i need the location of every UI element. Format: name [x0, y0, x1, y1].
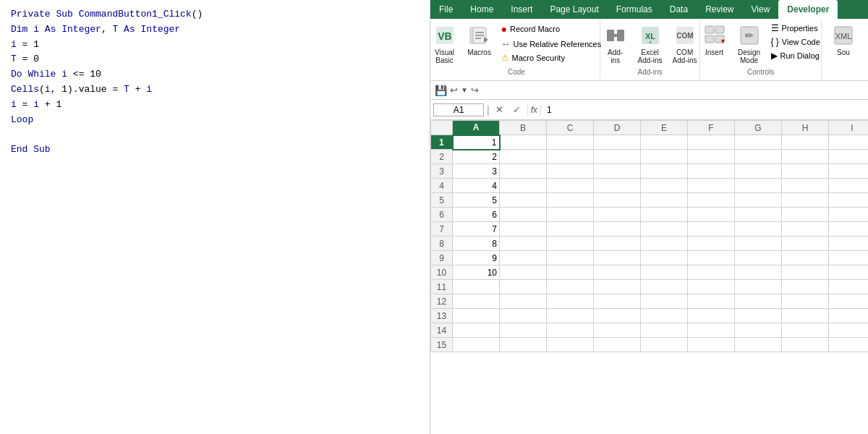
- cell-10-8[interactable]: [782, 265, 829, 280]
- run-dialog-button[interactable]: ▶ Run Dialog: [768, 49, 823, 62]
- tab-developer[interactable]: Developer: [778, 0, 838, 19]
- undo-icon[interactable]: ↩: [450, 85, 458, 95]
- cell-14-5[interactable]: [641, 323, 688, 338]
- cell-14-3[interactable]: [547, 323, 594, 338]
- cell-2-5[interactable]: [641, 150, 688, 164]
- cell-5-4[interactable]: [594, 193, 641, 208]
- cell-12-7[interactable]: [735, 294, 782, 309]
- cell-8-2[interactable]: [500, 237, 547, 251]
- cell-4-3[interactable]: [547, 179, 594, 193]
- col-header-H[interactable]: H: [782, 121, 829, 135]
- col-header-C[interactable]: C: [547, 121, 594, 135]
- name-box[interactable]: [433, 103, 484, 116]
- cell-6-8[interactable]: [782, 208, 829, 222]
- source-button[interactable]: XML Sou: [827, 22, 859, 59]
- cell-14-2[interactable]: [500, 323, 547, 338]
- cell-3-2[interactable]: [500, 164, 547, 179]
- cell-15-5[interactable]: [641, 338, 688, 352]
- cell-5-7[interactable]: [735, 193, 782, 208]
- tab-file[interactable]: File: [430, 0, 461, 19]
- visual-basic-button[interactable]: VB VisualBasic: [429, 22, 461, 67]
- cell-6-4[interactable]: [594, 208, 641, 222]
- cell-14-9[interactable]: [829, 323, 869, 338]
- cell-11-4[interactable]: [594, 280, 641, 294]
- cell-7-7[interactable]: [735, 222, 782, 237]
- cell-2-4[interactable]: [594, 150, 641, 164]
- cell-4-1[interactable]: 4: [453, 179, 500, 193]
- cell-10-5[interactable]: [641, 265, 688, 280]
- use-relative-button[interactable]: ↔ Use Relative References: [498, 37, 605, 51]
- cell-1-5[interactable]: [641, 135, 688, 150]
- cell-1-1[interactable]: 1: [453, 135, 500, 150]
- insert-button[interactable]: ▼ Insert: [699, 22, 731, 59]
- cell-7-6[interactable]: [688, 222, 735, 237]
- cell-1-9[interactable]: [829, 135, 869, 150]
- cell-4-2[interactable]: [500, 179, 547, 193]
- cell-5-1[interactable]: 5: [453, 193, 500, 208]
- cell-5-8[interactable]: [782, 193, 829, 208]
- cell-2-6[interactable]: [688, 150, 735, 164]
- formula-input[interactable]: [544, 105, 865, 115]
- col-header-B[interactable]: B: [500, 121, 547, 135]
- cell-12-9[interactable]: [829, 294, 869, 309]
- cell-10-7[interactable]: [735, 265, 782, 280]
- cell-8-4[interactable]: [594, 237, 641, 251]
- tab-review[interactable]: Review: [697, 0, 742, 19]
- cell-4-6[interactable]: [688, 179, 735, 193]
- tab-formulas[interactable]: Formulas: [608, 0, 661, 19]
- cell-14-6[interactable]: [688, 323, 735, 338]
- cell-3-1[interactable]: 3: [453, 164, 500, 179]
- design-mode-button[interactable]: ✏ DesignMode: [733, 22, 765, 67]
- row-header-14[interactable]: 14: [431, 323, 453, 338]
- cell-11-6[interactable]: [688, 280, 735, 294]
- cell-3-6[interactable]: [688, 164, 735, 179]
- cell-15-6[interactable]: [688, 338, 735, 352]
- cell-2-3[interactable]: [547, 150, 594, 164]
- col-header-G[interactable]: G: [735, 121, 782, 135]
- row-header-5[interactable]: 5: [431, 193, 453, 208]
- properties-button[interactable]: ☰ Properties: [768, 22, 823, 35]
- row-header-15[interactable]: 15: [431, 338, 453, 352]
- cell-13-6[interactable]: [688, 309, 735, 323]
- tab-home[interactable]: Home: [461, 0, 502, 19]
- cell-7-2[interactable]: [500, 222, 547, 237]
- cell-3-4[interactable]: [594, 164, 641, 179]
- cell-9-2[interactable]: [500, 251, 547, 265]
- cell-10-1[interactable]: 10: [453, 265, 500, 280]
- cell-9-3[interactable]: [547, 251, 594, 265]
- cell-7-9[interactable]: [829, 222, 869, 237]
- save-icon[interactable]: 💾: [435, 85, 447, 96]
- cell-10-2[interactable]: [500, 265, 547, 280]
- cell-14-1[interactable]: [453, 323, 500, 338]
- cell-6-6[interactable]: [688, 208, 735, 222]
- excel-add-ins-button[interactable]: XL + ExcelAdd-ins: [634, 22, 666, 67]
- cell-12-8[interactable]: [782, 294, 829, 309]
- col-header-E[interactable]: E: [641, 121, 688, 135]
- cell-4-8[interactable]: [782, 179, 829, 193]
- cell-9-9[interactable]: [829, 251, 869, 265]
- cell-11-9[interactable]: [829, 280, 869, 294]
- cell-7-8[interactable]: [782, 222, 829, 237]
- cell-15-7[interactable]: [735, 338, 782, 352]
- row-header-13[interactable]: 13: [431, 309, 453, 323]
- cell-8-8[interactable]: [782, 237, 829, 251]
- row-header-2[interactable]: 2: [431, 150, 453, 164]
- cell-12-6[interactable]: [688, 294, 735, 309]
- cell-6-3[interactable]: [547, 208, 594, 222]
- cell-5-3[interactable]: [547, 193, 594, 208]
- tab-insert[interactable]: Insert: [502, 0, 541, 19]
- row-header-9[interactable]: 9: [431, 251, 453, 265]
- cell-9-5[interactable]: [641, 251, 688, 265]
- cell-4-9[interactable]: [829, 179, 869, 193]
- cell-14-7[interactable]: [735, 323, 782, 338]
- cell-6-5[interactable]: [641, 208, 688, 222]
- col-header-A[interactable]: A: [453, 121, 500, 135]
- cell-3-3[interactable]: [547, 164, 594, 179]
- cell-8-9[interactable]: [829, 237, 869, 251]
- cell-1-4[interactable]: [594, 135, 641, 150]
- cell-1-2[interactable]: [500, 135, 547, 150]
- cell-4-4[interactable]: [594, 179, 641, 193]
- cell-15-3[interactable]: [547, 338, 594, 352]
- cell-6-7[interactable]: [735, 208, 782, 222]
- cell-4-7[interactable]: [735, 179, 782, 193]
